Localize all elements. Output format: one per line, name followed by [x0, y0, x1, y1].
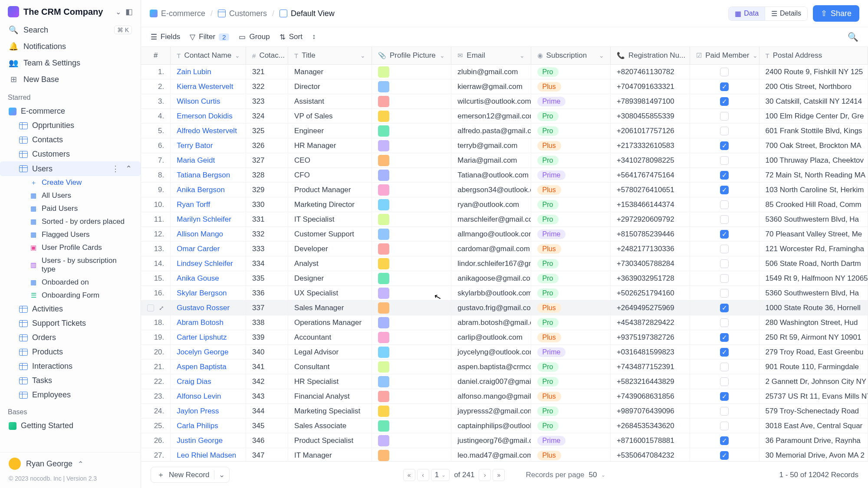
cell-paid-member[interactable]: ✓: [690, 448, 759, 461]
paid-checkbox[interactable]: ✓: [720, 333, 729, 342]
cell-email[interactable]: captainphilips@outlook...: [451, 419, 531, 433]
cell-cotac[interactable]: 326: [246, 138, 288, 153]
cell-postal-address[interactable]: 506 State Road, North Dartm: [760, 256, 868, 271]
table-row[interactable]: ⤢11.Marilyn Schleifer331IT Specialistmar…: [141, 212, 868, 227]
cell-email[interactable]: anikagoose@gmail.com: [451, 271, 531, 285]
paid-checkbox[interactable]: ✓: [720, 82, 729, 91]
paid-checkbox[interactable]: ✓: [720, 141, 729, 150]
table-row[interactable]: ⤢24.Jaylon Press344Marketing Specialistj…: [141, 404, 868, 419]
cell-email[interactable]: kierraw@gmail.com: [451, 79, 531, 94]
row-index-cell[interactable]: ⤢12.: [141, 227, 171, 241]
toolbar-row-height[interactable]: ↕: [312, 33, 316, 41]
cell-title[interactable]: Marketing Director: [288, 197, 372, 212]
cell-title[interactable]: Analyst: [288, 256, 372, 271]
paid-checkbox[interactable]: [720, 289, 729, 298]
cell-profile-picture[interactable]: [372, 433, 451, 448]
paid-checkbox[interactable]: ✓: [720, 304, 729, 312]
cell-postal-address[interactable]: 200 Otis Street, Northboro: [760, 79, 868, 94]
table-row[interactable]: ⤢23.Alfonso Levin343Financial Analystalf…: [141, 389, 868, 404]
column-header-contact-name[interactable]: TContact Name⌄: [171, 47, 246, 64]
cell-registration-number[interactable]: +7047091633321: [611, 79, 690, 94]
sidebar-view-all-users[interactable]: ▦All Users: [0, 189, 141, 202]
cell-cotac[interactable]: 338: [246, 315, 288, 330]
cell-title[interactable]: Product Specialist: [288, 433, 372, 448]
cell-postal-address[interactable]: 70 Pleasant Valley Street, Me: [760, 227, 868, 241]
cell-subscription[interactable]: Prime: [531, 94, 611, 108]
cell-cotac[interactable]: 331: [246, 212, 288, 226]
cell-paid-member[interactable]: ✓: [690, 138, 759, 153]
cell-registration-number[interactable]: +2649495275969: [611, 301, 690, 315]
cell-title[interactable]: IT Specialist: [288, 212, 372, 226]
cell-title[interactable]: HR Specialist: [288, 374, 372, 389]
row-index-cell[interactable]: ⤢23.: [141, 389, 171, 403]
sidebar-table-employees[interactable]: Employees: [0, 388, 141, 402]
paid-checkbox[interactable]: ✓: [720, 392, 729, 401]
cell-postal-address[interactable]: 85 Crooked Hill Road, Comm: [760, 197, 868, 212]
cell-registration-number[interactable]: +2482177130336: [611, 242, 690, 256]
cell-paid-member[interactable]: [690, 271, 759, 285]
cell-cotac[interactable]: 340: [246, 345, 288, 359]
cell-title[interactable]: Sales Manager: [288, 301, 372, 315]
cell-cotac[interactable]: 346: [246, 433, 288, 448]
sidebar-table-users[interactable]: Users⋮⌃: [0, 161, 141, 176]
cell-registration-number[interactable]: +3080455855339: [611, 109, 690, 123]
cell-profile-picture[interactable]: [372, 330, 451, 344]
paid-checkbox[interactable]: [720, 68, 729, 76]
breadcrumb-view[interactable]: Default View: [279, 9, 335, 18]
breadcrumb-table[interactable]: Customers: [218, 9, 267, 18]
sidebar-table-activities[interactable]: Activities: [0, 302, 141, 316]
cell-subscription[interactable]: Pro: [531, 419, 611, 433]
cell-contact-name[interactable]: Justin George: [171, 433, 246, 448]
cell-profile-picture[interactable]: [372, 404, 451, 418]
row-checkbox[interactable]: [147, 305, 154, 311]
cell-cotac[interactable]: 343: [246, 389, 288, 403]
paid-checkbox[interactable]: [720, 407, 729, 416]
cell-registration-number[interactable]: +5823216443829: [611, 374, 690, 389]
sidebar-table-products[interactable]: Products: [0, 345, 141, 359]
cell-email[interactable]: abergson34@outlook.c...: [451, 183, 531, 197]
table-row[interactable]: ⤢3.Wilson Curtis323Assistantwilcurtis@ou…: [141, 94, 868, 109]
table-row[interactable]: ⤢15.Anika Gouse335Designeranikagoose@gma…: [141, 271, 868, 286]
table-row[interactable]: ⤢22.Craig Dias342HR Specialistdaniel.cra…: [141, 374, 868, 389]
row-index-cell[interactable]: ⤢14.: [141, 256, 171, 271]
share-button[interactable]: ⇧Share: [813, 5, 859, 22]
cell-profile-picture[interactable]: [372, 345, 451, 359]
cell-postal-address[interactable]: 579 Troy-Schenectady Road: [760, 404, 868, 418]
new-record-button[interactable]: ＋ New Record ⌄: [151, 467, 230, 483]
table-row[interactable]: ⤢1.Zain Lubin321Managerzlubin@gmail.comP…: [141, 65, 868, 79]
cell-title[interactable]: IT Manager: [288, 448, 372, 461]
row-index-cell[interactable]: ⤢21.: [141, 360, 171, 374]
paid-checkbox[interactable]: [720, 422, 729, 430]
cell-profile-picture[interactable]: [372, 419, 451, 433]
cell-cotac[interactable]: 333: [246, 242, 288, 256]
cell-cotac[interactable]: 345: [246, 419, 288, 433]
cell-title[interactable]: Consultant: [288, 360, 372, 374]
paid-checkbox[interactable]: [720, 245, 729, 253]
cell-profile-picture[interactable]: [372, 227, 451, 241]
cell-registration-number[interactable]: +0316481599823: [611, 345, 690, 359]
table-row[interactable]: ⤢27.Leo Rhiel Madsen347IT Managerleo.mad…: [141, 448, 868, 461]
cell-contact-name[interactable]: Zain Lubin: [171, 65, 246, 79]
cell-registration-number[interactable]: +7303405788284: [611, 256, 690, 271]
cell-registration-number[interactable]: +8150785239446: [611, 227, 690, 241]
paid-checkbox[interactable]: [720, 274, 729, 283]
row-index-cell[interactable]: ⤢9.: [141, 183, 171, 197]
table-row[interactable]: ⤢18.Abram Botosh338Operations Managerabr…: [141, 315, 868, 330]
cell-cotac[interactable]: 325: [246, 124, 288, 138]
cell-subscription[interactable]: Pro: [531, 212, 611, 226]
pager-next-button[interactable]: ›: [479, 469, 491, 481]
cell-profile-picture[interactable]: [372, 65, 451, 79]
row-index-cell[interactable]: ⤢4.: [141, 109, 171, 123]
cell-paid-member[interactable]: ✓: [690, 345, 759, 359]
cell-subscription[interactable]: Plus: [531, 448, 611, 461]
table-row[interactable]: ⤢6.Terry Bator326HR Managerterryb@gmail.…: [141, 138, 868, 153]
cell-contact-name[interactable]: Alfredo Westervelt: [171, 124, 246, 138]
cell-contact-name[interactable]: Allison Mango: [171, 227, 246, 241]
cell-contact-name[interactable]: Jaylon Press: [171, 404, 246, 418]
cell-title[interactable]: Customer Support: [288, 227, 372, 241]
cell-cotac[interactable]: 347: [246, 448, 288, 461]
sidebar-view-by-sub[interactable]: ▥Users - by subscription type: [0, 254, 141, 276]
cell-subscription[interactable]: Prime: [531, 433, 611, 448]
chevron-down-icon[interactable]: ⌄: [753, 52, 758, 59]
cell-cotac[interactable]: 329: [246, 183, 288, 197]
